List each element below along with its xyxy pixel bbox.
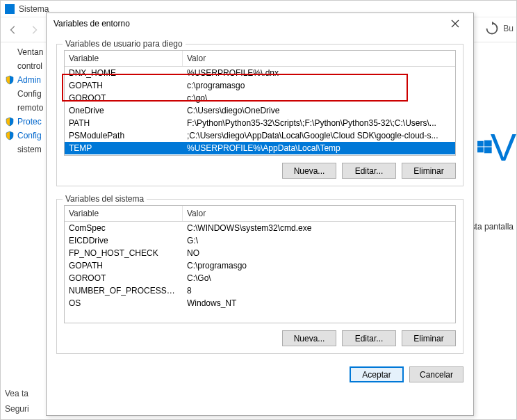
dialog-footer: Aceptar Cancelar — [47, 361, 473, 382]
sidebar-item[interactable]: Config — [5, 87, 47, 101]
col-variable[interactable]: Variable — [65, 51, 183, 66]
cell-variable: GOPATH — [65, 260, 183, 271]
close-button[interactable] — [444, 15, 466, 32]
sys-vars-list[interactable]: Variable Valor ComSpecC:\WINDOWS\system3… — [64, 205, 456, 323]
user-delete-button[interactable]: Eliminar — [402, 163, 456, 179]
user-edit-button[interactable]: Editar... — [342, 163, 396, 179]
vea-text: Vea ta — [5, 389, 28, 398]
cell-value: C:\programasgo — [183, 260, 455, 271]
cell-variable: ComSpec — [65, 223, 183, 234]
cell-value: 8 — [183, 285, 455, 296]
list-header: Variable Valor — [65, 51, 455, 67]
sidebar-item[interactable]: Config — [5, 129, 47, 143]
sys-new-button[interactable]: Nueva... — [282, 330, 336, 346]
table-row[interactable]: PSModulePath;C:\Users\diego\AppData\Loca… — [65, 129, 455, 142]
cell-variable: EICDDrive — [65, 235, 183, 246]
cell-value: G:\ — [183, 235, 455, 246]
cell-variable: TEMP — [65, 143, 183, 154]
cell-value: %USERPROFILE%\.dnx — [183, 67, 455, 79]
cell-variable: PSModulePath — [65, 130, 183, 141]
ok-button[interactable]: Aceptar — [350, 366, 404, 382]
windows-branding: V — [477, 105, 516, 188]
dialog-titlebar: Variables de entorno — [47, 13, 473, 34]
cell-variable: GOPATH — [65, 80, 183, 91]
table-row[interactable]: GOPATHC:\programasgo — [65, 259, 455, 272]
sys-vars-label: Variables del sistema — [63, 194, 147, 204]
sidebar-item-label: Protec — [17, 117, 42, 127]
cell-value: C:\WINDOWS\system32\cmd.exe — [183, 223, 455, 234]
cell-value: c:\programasgo — [183, 80, 455, 91]
cell-variable: OneDrive — [65, 105, 183, 116]
cell-value: NO — [183, 248, 455, 259]
bg-title: Sistema — [19, 4, 49, 14]
sidebar-item[interactable]: Protec — [5, 115, 47, 129]
sidebar-item-sublabel: remoto — [17, 103, 43, 113]
cell-value: C:\Users\diego\OneDrive — [183, 105, 455, 116]
col-valor[interactable]: Valor — [183, 51, 455, 66]
table-row[interactable]: OSWindows_NT — [65, 297, 455, 309]
table-row[interactable]: PATHF:\Python\Python35-32\Scripts\;F:\Py… — [65, 117, 455, 129]
user-vars-group: Variables de usuario para diego Variable… — [56, 44, 463, 186]
cell-variable: GOROOT — [65, 273, 183, 284]
cell-value: F:\Python\Python35-32\Scripts\;F:\Python… — [183, 118, 455, 129]
sys-delete-button[interactable]: Eliminar — [402, 330, 456, 346]
sidebar-item-label: Ventan — [17, 47, 43, 57]
table-row[interactable]: EICDDriveG:\ — [65, 234, 455, 247]
sidebar-item[interactable]: Admin — [5, 73, 47, 87]
list-header: Variable Valor — [65, 206, 455, 222]
sidebar-item-label: Config — [17, 89, 42, 99]
sys-edit-button[interactable]: Editar... — [342, 330, 396, 346]
col-variable[interactable]: Variable — [65, 206, 183, 221]
windows-letter: V — [491, 124, 516, 170]
table-row[interactable]: GOPATHc:\programasgo — [65, 79, 455, 92]
close-icon — [451, 19, 459, 28]
svg-rect-0 — [477, 141, 484, 147]
cell-variable: GOROOT — [65, 92, 183, 104]
table-row[interactable]: DNX_HOME%USERPROFILE%\.dnx — [65, 67, 455, 79]
dialog-title: Variables de entorno — [54, 19, 130, 29]
cell-value: %USERPROFILE%\AppData\Local\Temp — [183, 143, 455, 154]
back-icon[interactable] — [6, 23, 20, 37]
sidebar-item-sublabel: control — [17, 61, 42, 71]
user-vars-rows: DNX_HOME%USERPROFILE%\.dnxGOPATHc:\progr… — [65, 67, 455, 154]
col-valor[interactable]: Valor — [183, 206, 455, 221]
sidebar-item-sub: sistem — [5, 143, 47, 156]
seguri-text: Seguri — [5, 404, 29, 414]
user-btn-row: Nueva... Editar... Eliminar — [64, 163, 456, 179]
sta-text: sta pantalla — [471, 222, 514, 232]
shield-icon — [5, 131, 15, 140]
table-row[interactable]: GOROOTC:\Go\ — [65, 272, 455, 284]
refresh-icon[interactable] — [485, 22, 499, 35]
bu-text: Bu — [503, 24, 514, 33]
user-vars-label: Variables de usuario para diego — [63, 39, 186, 49]
table-row[interactable]: NUMBER_OF_PROCESSORS8 — [65, 284, 455, 297]
cell-variable: FP_NO_HOST_CHECK — [65, 248, 183, 259]
shield-icon — [5, 75, 15, 85]
cell-value: C:\Go\ — [183, 273, 455, 284]
cell-variable: DNX_HOME — [65, 67, 183, 79]
user-vars-list[interactable]: Variable Valor DNX_HOME%USERPROFILE%\.dn… — [64, 50, 456, 156]
sidebar-item-sub: remoto — [5, 101, 47, 115]
cell-variable: NUMBER_OF_PROCESSORS — [65, 285, 183, 296]
table-row[interactable]: GOROOTc:\go\ — [65, 92, 455, 104]
sys-vars-rows: ComSpecC:\WINDOWS\system32\cmd.exeEICDDr… — [65, 222, 455, 309]
table-row[interactable]: OneDriveC:\Users\diego\OneDrive — [65, 104, 455, 117]
table-row[interactable]: ComSpecC:\WINDOWS\system32\cmd.exe — [65, 222, 455, 234]
sys-btn-row: Nueva... Editar... Eliminar — [64, 330, 456, 346]
env-vars-dialog: Variables de entorno Variables de usuari… — [46, 13, 474, 416]
sys-vars-group: Variables del sistema Variable Valor Com… — [56, 199, 463, 354]
svg-rect-2 — [477, 147, 484, 153]
table-row[interactable]: FP_NO_HOST_CHECKNO — [65, 247, 455, 259]
system-icon — [5, 4, 15, 14]
cancel-button[interactable]: Cancelar — [409, 366, 463, 382]
forward-icon[interactable] — [27, 23, 41, 37]
user-new-button[interactable]: Nueva... — [282, 163, 336, 179]
cell-value: ;C:\Users\diego\AppData\Local\Google\Clo… — [183, 130, 455, 141]
shield-icon — [5, 117, 15, 127]
table-row[interactable]: TEMP%USERPROFILE%\AppData\Local\Temp — [65, 142, 455, 154]
cell-variable: PATH — [65, 118, 183, 129]
sidebar: VentancontrolAdminConfigremotoProtecConf… — [5, 45, 47, 156]
sidebar-item-sub: control — [5, 59, 47, 73]
windows-logo-icon — [477, 135, 492, 159]
sidebar-item[interactable]: Ventan — [5, 45, 47, 59]
